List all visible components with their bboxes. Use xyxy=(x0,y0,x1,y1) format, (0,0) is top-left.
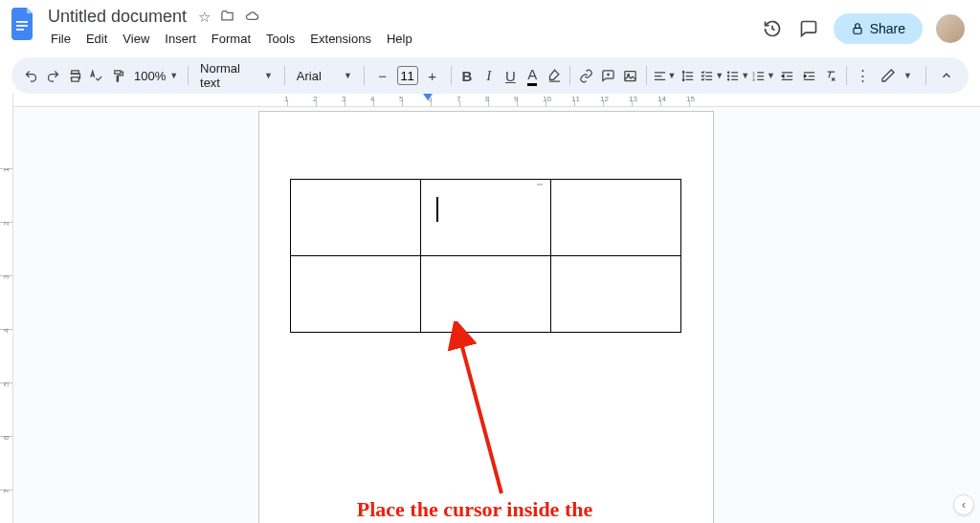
insert-image-button[interactable] xyxy=(620,63,640,88)
annotation-text: Place the cursor inside the cell you wan… xyxy=(302,495,647,523)
horizontal-ruler[interactable]: 123456789101112131415 xyxy=(13,94,980,107)
comment-icon[interactable] xyxy=(797,17,820,40)
app-header: Untitled document ☆ File Edit View Inser… xyxy=(0,0,980,55)
text-color-button[interactable]: A xyxy=(523,63,543,88)
document-area: 123456789101112131415 xyxy=(13,94,980,523)
clear-formatting-button[interactable] xyxy=(821,63,841,88)
add-comment-button[interactable] xyxy=(598,63,618,88)
menu-view[interactable]: View xyxy=(116,29,156,49)
menu-help[interactable]: Help xyxy=(380,29,419,49)
menu-edit[interactable]: Edit xyxy=(79,29,114,49)
svg-rect-5 xyxy=(71,76,78,80)
font-size-input[interactable] xyxy=(397,66,418,85)
svg-point-10 xyxy=(728,78,729,79)
bullet-list-button[interactable]: ▼ xyxy=(725,63,749,88)
table-cell[interactable] xyxy=(421,256,551,333)
document-title[interactable]: Untitled document xyxy=(44,6,190,28)
table-cell[interactable] xyxy=(551,256,681,333)
redo-button[interactable] xyxy=(43,63,63,88)
svg-rect-1 xyxy=(16,25,28,27)
title-area: Untitled document ☆ File Edit View Inser… xyxy=(44,6,761,49)
underline-button[interactable]: U xyxy=(501,63,521,88)
italic-button[interactable]: I xyxy=(479,63,499,88)
menu-format[interactable]: Format xyxy=(205,29,257,49)
checklist-button[interactable]: ▼ xyxy=(700,63,724,88)
editing-mode-dropdown[interactable]: ▼ xyxy=(875,68,918,83)
share-button[interactable]: Share xyxy=(834,13,923,44)
star-icon[interactable]: ☆ xyxy=(198,9,211,26)
vertical-ruler[interactable]: 1234567 xyxy=(0,94,13,523)
paint-format-button[interactable] xyxy=(108,63,128,88)
svg-rect-3 xyxy=(854,28,861,33)
history-icon[interactable] xyxy=(761,17,784,40)
menu-extensions[interactable]: Extensions xyxy=(303,29,378,49)
document-page[interactable] xyxy=(258,111,714,523)
svg-rect-2 xyxy=(16,29,24,31)
toolbar: 100%▼ Normal text▼ Arial▼ − + B I U A ▼ … xyxy=(11,57,969,94)
more-button[interactable]: ⋮ xyxy=(853,63,873,88)
explore-button[interactable]: ‹ xyxy=(953,494,974,515)
spellcheck-button[interactable] xyxy=(86,63,106,88)
decrease-font-button[interactable]: − xyxy=(370,63,395,88)
menu-file[interactable]: File xyxy=(44,29,78,49)
undo-button[interactable] xyxy=(21,63,41,88)
paragraph-style-dropdown[interactable]: Normal text▼ xyxy=(194,61,278,90)
table-row xyxy=(291,180,681,256)
share-label: Share xyxy=(870,21,905,36)
table-cell-active[interactable] xyxy=(421,180,551,256)
numbered-list-button[interactable]: 123▼ xyxy=(751,63,775,88)
move-icon[interactable] xyxy=(220,9,234,26)
line-spacing-button[interactable] xyxy=(678,63,698,88)
decrease-indent-button[interactable] xyxy=(777,63,797,88)
docs-logo[interactable] xyxy=(11,8,36,40)
insert-link-button[interactable] xyxy=(576,63,596,88)
align-button[interactable]: ▼ xyxy=(653,63,677,88)
font-dropdown[interactable]: Arial▼ xyxy=(291,69,358,83)
account-avatar[interactable] xyxy=(936,14,965,43)
svg-point-8 xyxy=(728,72,729,73)
increase-indent-button[interactable] xyxy=(799,63,819,88)
document-table[interactable] xyxy=(290,179,681,333)
table-cell[interactable] xyxy=(291,256,421,333)
bold-button[interactable]: B xyxy=(457,63,477,88)
print-button[interactable] xyxy=(65,63,85,88)
table-cell[interactable] xyxy=(291,180,421,256)
cloud-status-icon[interactable] xyxy=(244,9,259,26)
table-row xyxy=(291,256,681,333)
menu-insert[interactable]: Insert xyxy=(158,29,203,49)
workspace: 1234567 123456789101112131415 xyxy=(0,94,980,523)
increase-font-button[interactable]: + xyxy=(420,63,445,88)
svg-text:3: 3 xyxy=(752,77,755,82)
cell-marker-icon xyxy=(537,184,543,185)
collapse-toolbar-button[interactable] xyxy=(934,63,959,88)
zoom-dropdown[interactable]: 100%▼ xyxy=(130,69,182,83)
text-cursor xyxy=(436,197,438,222)
table-cell[interactable] xyxy=(551,180,681,256)
highlight-button[interactable] xyxy=(545,63,565,88)
svg-rect-0 xyxy=(16,21,28,23)
menu-tools[interactable]: Tools xyxy=(259,29,301,49)
svg-point-9 xyxy=(728,75,729,76)
svg-rect-6 xyxy=(625,71,635,80)
menu-bar: File Edit View Insert Format Tools Exten… xyxy=(44,29,761,49)
